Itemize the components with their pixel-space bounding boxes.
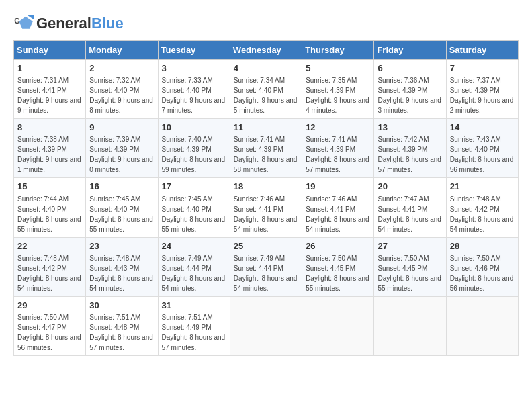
calendar-cell: 5 Sunrise: 7:35 AMSunset: 4:39 PMDayligh… [302, 60, 374, 119]
week-row-3: 15 Sunrise: 7:44 AMSunset: 4:40 PMDaylig… [14, 178, 519, 237]
day-info: Sunrise: 7:44 AMSunset: 4:40 PMDaylight:… [17, 195, 81, 233]
day-number: 17 [162, 181, 226, 193]
calendar-cell [446, 296, 518, 355]
day-number: 2 [89, 62, 154, 75]
week-row-2: 8 Sunrise: 7:38 AMSunset: 4:39 PMDayligh… [14, 119, 519, 178]
calendar-cell: 23 Sunrise: 7:48 AMSunset: 4:43 PMDaylig… [86, 237, 158, 296]
day-info: Sunrise: 7:48 AMSunset: 4:42 PMDaylight:… [450, 195, 514, 233]
svg-text:G: G [14, 17, 19, 25]
day-number: 18 [234, 181, 298, 193]
day-number: 7 [450, 62, 515, 75]
day-number: 15 [17, 181, 82, 193]
calendar-cell: 2 Sunrise: 7:32 AMSunset: 4:40 PMDayligh… [86, 60, 158, 119]
day-number: 12 [306, 122, 370, 134]
day-number: 11 [234, 122, 298, 134]
day-number: 6 [378, 62, 442, 75]
day-info: Sunrise: 7:34 AMSunset: 4:40 PMDaylight:… [234, 77, 298, 114]
day-number: 19 [306, 181, 370, 193]
svg-marker-1 [19, 17, 32, 29]
day-number: 8 [17, 122, 82, 134]
calendar-cell: 30 Sunrise: 7:51 AMSunset: 4:48 PMDaylig… [86, 296, 158, 355]
calendar-cell: 7 Sunrise: 7:37 AMSunset: 4:39 PMDayligh… [446, 60, 518, 119]
day-number: 13 [378, 122, 442, 134]
day-number: 27 [378, 240, 442, 253]
calendar-cell: 8 Sunrise: 7:38 AMSunset: 4:39 PMDayligh… [14, 119, 86, 178]
calendar-cell: 28 Sunrise: 7:50 AMSunset: 4:46 PMDaylig… [446, 237, 518, 296]
day-number: 20 [378, 181, 442, 193]
day-info: Sunrise: 7:39 AMSunset: 4:39 PMDaylight:… [89, 136, 153, 173]
day-info: Sunrise: 7:42 AMSunset: 4:39 PMDaylight:… [378, 136, 441, 173]
day-number: 26 [306, 240, 370, 253]
calendar-cell: 9 Sunrise: 7:39 AMSunset: 4:39 PMDayligh… [86, 119, 158, 178]
weekday-monday: Monday [86, 41, 158, 60]
day-info: Sunrise: 7:50 AMSunset: 4:45 PMDaylight:… [378, 255, 441, 292]
calendar-cell: 18 Sunrise: 7:46 AMSunset: 4:41 PMDaylig… [230, 178, 302, 237]
calendar-cell: 16 Sunrise: 7:45 AMSunset: 4:40 PMDaylig… [86, 178, 158, 237]
day-info: Sunrise: 7:38 AMSunset: 4:39 PMDaylight:… [17, 136, 81, 173]
day-info: Sunrise: 7:36 AMSunset: 4:39 PMDaylight:… [378, 77, 441, 114]
day-info: Sunrise: 7:49 AMSunset: 4:44 PMDaylight:… [234, 255, 298, 292]
weekday-saturday: Saturday [446, 41, 518, 60]
weekday-tuesday: Tuesday [158, 41, 230, 60]
day-number: 31 [162, 300, 226, 312]
calendar-cell: 25 Sunrise: 7:49 AMSunset: 4:44 PMDaylig… [230, 237, 302, 296]
logo-text: GeneralBlue [36, 15, 124, 32]
weekday-thursday: Thursday [302, 41, 374, 60]
day-number: 21 [450, 181, 515, 193]
day-info: Sunrise: 7:46 AMSunset: 4:41 PMDaylight:… [306, 195, 369, 233]
calendar-cell: 14 Sunrise: 7:43 AMSunset: 4:40 PMDaylig… [446, 119, 518, 178]
day-info: Sunrise: 7:51 AMSunset: 4:48 PMDaylight:… [89, 314, 153, 351]
calendar-cell: 15 Sunrise: 7:44 AMSunset: 4:40 PMDaylig… [14, 178, 86, 237]
calendar-cell: 24 Sunrise: 7:49 AMSunset: 4:44 PMDaylig… [158, 237, 230, 296]
day-number: 5 [306, 62, 370, 75]
calendar-cell: 13 Sunrise: 7:42 AMSunset: 4:39 PMDaylig… [374, 119, 446, 178]
logo-icon: G [13, 13, 34, 34]
calendar-body: 1 Sunrise: 7:31 AMSunset: 4:41 PMDayligh… [14, 60, 519, 356]
day-info: Sunrise: 7:45 AMSunset: 4:40 PMDaylight:… [89, 195, 153, 233]
day-number: 22 [17, 240, 82, 253]
day-info: Sunrise: 7:35 AMSunset: 4:39 PMDaylight:… [306, 77, 369, 114]
day-number: 14 [450, 122, 515, 134]
day-info: Sunrise: 7:43 AMSunset: 4:40 PMDaylight:… [450, 136, 514, 173]
calendar-cell: 22 Sunrise: 7:48 AMSunset: 4:42 PMDaylig… [14, 237, 86, 296]
day-number: 4 [234, 62, 298, 75]
day-info: Sunrise: 7:41 AMSunset: 4:39 PMDaylight:… [234, 136, 298, 173]
day-info: Sunrise: 7:51 AMSunset: 4:49 PMDaylight:… [162, 314, 226, 351]
calendar-cell: 31 Sunrise: 7:51 AMSunset: 4:49 PMDaylig… [158, 296, 230, 355]
day-number: 1 [17, 62, 82, 75]
calendar-cell: 6 Sunrise: 7:36 AMSunset: 4:39 PMDayligh… [374, 60, 446, 119]
day-info: Sunrise: 7:48 AMSunset: 4:43 PMDaylight:… [89, 255, 153, 292]
calendar-cell [230, 296, 302, 355]
calendar-cell [302, 296, 374, 355]
day-info: Sunrise: 7:46 AMSunset: 4:41 PMDaylight:… [234, 195, 298, 233]
day-number: 30 [89, 300, 154, 312]
weekday-wednesday: Wednesday [230, 41, 302, 60]
day-number: 25 [234, 240, 298, 253]
day-number: 9 [89, 122, 154, 134]
day-info: Sunrise: 7:50 AMSunset: 4:46 PMDaylight:… [450, 255, 514, 292]
weekday-sunday: Sunday [14, 41, 86, 60]
day-info: Sunrise: 7:33 AMSunset: 4:40 PMDaylight:… [162, 77, 226, 114]
day-info: Sunrise: 7:31 AMSunset: 4:41 PMDaylight:… [17, 77, 81, 114]
calendar-cell: 4 Sunrise: 7:34 AMSunset: 4:40 PMDayligh… [230, 60, 302, 119]
calendar-cell [374, 296, 446, 355]
calendar-cell: 29 Sunrise: 7:50 AMSunset: 4:47 PMDaylig… [14, 296, 86, 355]
day-info: Sunrise: 7:50 AMSunset: 4:47 PMDaylight:… [17, 314, 81, 351]
logo: G GeneralBlue [13, 13, 124, 34]
day-number: 3 [162, 62, 226, 75]
week-row-5: 29 Sunrise: 7:50 AMSunset: 4:47 PMDaylig… [14, 296, 519, 355]
calendar-cell: 3 Sunrise: 7:33 AMSunset: 4:40 PMDayligh… [158, 60, 230, 119]
day-number: 29 [17, 300, 82, 312]
day-info: Sunrise: 7:47 AMSunset: 4:41 PMDaylight:… [378, 195, 441, 233]
day-number: 23 [89, 240, 154, 253]
day-number: 28 [450, 240, 515, 253]
day-info: Sunrise: 7:50 AMSunset: 4:45 PMDaylight:… [306, 255, 369, 292]
calendar-cell: 20 Sunrise: 7:47 AMSunset: 4:41 PMDaylig… [374, 178, 446, 237]
calendar-cell: 26 Sunrise: 7:50 AMSunset: 4:45 PMDaylig… [302, 237, 374, 296]
week-row-4: 22 Sunrise: 7:48 AMSunset: 4:42 PMDaylig… [14, 237, 519, 296]
calendar-cell: 19 Sunrise: 7:46 AMSunset: 4:41 PMDaylig… [302, 178, 374, 237]
day-number: 10 [162, 122, 226, 134]
calendar-cell: 11 Sunrise: 7:41 AMSunset: 4:39 PMDaylig… [230, 119, 302, 178]
weekday-header-row: SundayMondayTuesdayWednesdayThursdayFrid… [14, 41, 519, 60]
week-row-1: 1 Sunrise: 7:31 AMSunset: 4:41 PMDayligh… [14, 60, 519, 119]
